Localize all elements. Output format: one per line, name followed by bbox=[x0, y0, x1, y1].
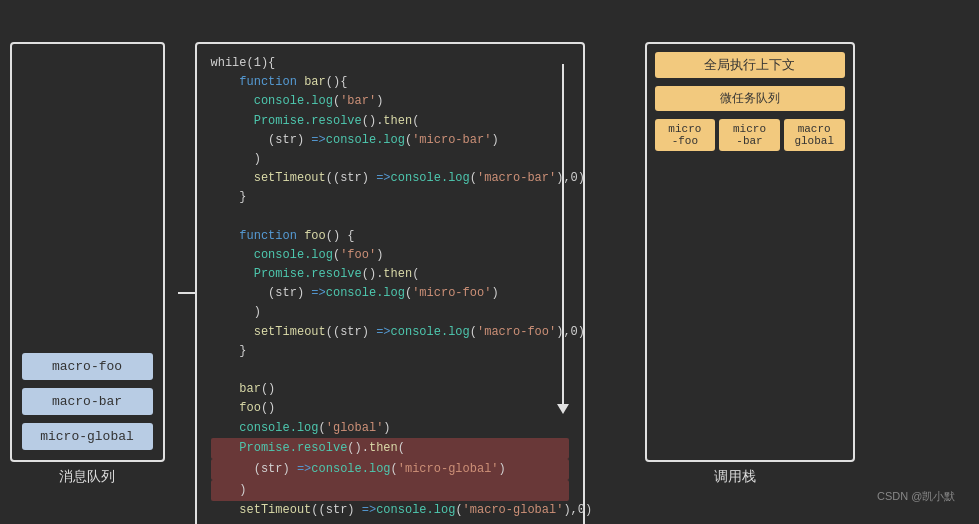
code-line-16: bar() bbox=[211, 380, 569, 399]
code-line-13: ) bbox=[211, 303, 569, 322]
code-line-19: Promise.resolve().then( bbox=[211, 438, 569, 459]
code-line-blank3 bbox=[211, 521, 569, 525]
code-line-20: (str) =>console.log('micro-global') bbox=[211, 459, 569, 480]
main-thread: while(1){ function bar(){ console.log('b… bbox=[195, 42, 585, 524]
code-line-3: console.log('bar') bbox=[211, 92, 569, 111]
message-queue-label: 消息队列 bbox=[59, 468, 115, 486]
code-line-9: function foo() { bbox=[211, 227, 569, 246]
code-line-5: (str) =>console.log('micro-bar') bbox=[211, 131, 569, 150]
message-queue: macro-foo macro-bar micro-global bbox=[10, 42, 165, 462]
code-line-7: setTimeout((str) =>console.log('macro-ba… bbox=[211, 169, 569, 188]
code-line-2: function bar(){ bbox=[211, 73, 569, 92]
code-line-11: Promise.resolve().then( bbox=[211, 265, 569, 284]
code-line-21: ) bbox=[211, 480, 569, 501]
code-line-22: setTimeout((str) =>console.log('macro-gl… bbox=[211, 501, 569, 520]
main-container: macro-foo macro-bar micro-global 消息队列 bbox=[0, 0, 979, 524]
code-line-blank1 bbox=[211, 208, 569, 227]
micro-task-queue-label: 微任务队列 bbox=[655, 86, 845, 111]
code-line-blank2 bbox=[211, 361, 569, 380]
queue-item-macro-foo: macro-foo bbox=[22, 353, 153, 380]
code-line-12: (str) =>console.log('micro-foo') bbox=[211, 284, 569, 303]
code-line-14: setTimeout((str) =>console.log('macro-fo… bbox=[211, 323, 569, 342]
code-line-8: } bbox=[211, 188, 569, 207]
code-block: while(1){ function bar(){ console.log('b… bbox=[211, 54, 569, 524]
call-stack-title: 全局执行上下文 bbox=[655, 52, 845, 78]
stack-item-micro-foo: micro-foo bbox=[655, 119, 716, 151]
diagram: macro-foo macro-bar micro-global 消息队列 bbox=[10, 22, 970, 512]
code-line-6: ) bbox=[211, 150, 569, 169]
call-stack-label: 调用栈 bbox=[714, 468, 756, 486]
queue-item-macro-bar: macro-bar bbox=[22, 388, 153, 415]
code-line-17: foo() bbox=[211, 399, 569, 418]
call-stack: 全局执行上下文 微任务队列 micro-foo micro-bar macrog… bbox=[645, 42, 855, 462]
code-line-10: console.log('foo') bbox=[211, 246, 569, 265]
code-line-1: while(1){ bbox=[211, 54, 569, 73]
stack-item-macro-global: macroglobal bbox=[784, 119, 845, 151]
stack-item-micro-bar: micro-bar bbox=[719, 119, 780, 151]
code-line-4: Promise.resolve().then( bbox=[211, 112, 569, 131]
code-line-18: console.log('global') bbox=[211, 419, 569, 438]
queue-item-micro-global: micro-global bbox=[22, 423, 153, 450]
stack-items-row: micro-foo micro-bar macroglobal bbox=[655, 119, 845, 151]
footer-credit: CSDN @凯小默 bbox=[877, 489, 955, 504]
code-line-15: } bbox=[211, 342, 569, 361]
down-arrow bbox=[557, 64, 569, 414]
